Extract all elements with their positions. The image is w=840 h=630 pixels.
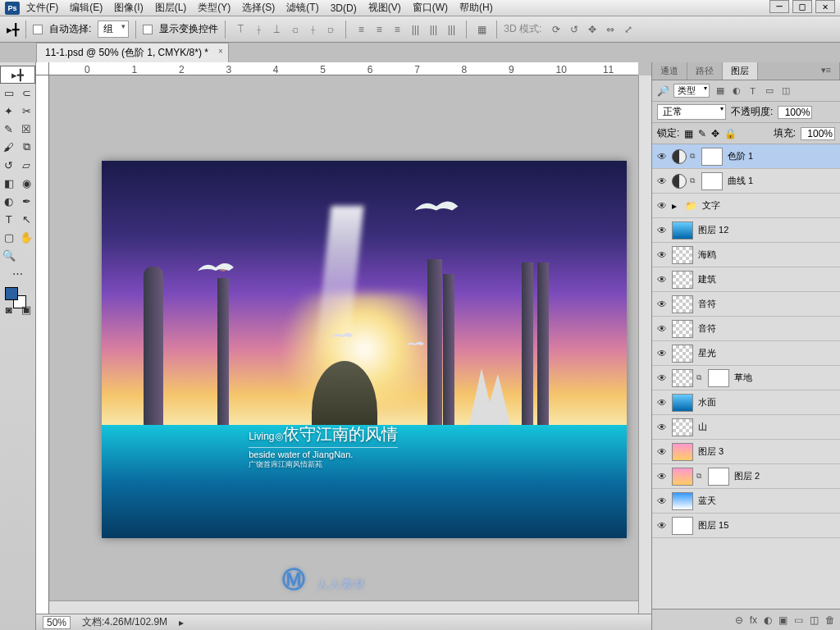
wand-tool[interactable]: ✦ (0, 102, 18, 120)
visibility-icon[interactable]: 👁 (655, 200, 669, 212)
layer-name[interactable]: 图层 15 (696, 519, 837, 532)
layer-thumb[interactable] (672, 271, 693, 289)
layer-mask-thumb[interactable] (708, 369, 729, 387)
layer-name[interactable]: 音符 (696, 298, 837, 310)
layer-name[interactable]: 海鸥 (696, 249, 837, 261)
visibility-icon[interactable]: 👁 (655, 495, 669, 507)
layer-row[interactable]: 👁⧉图层 2 (652, 464, 840, 489)
visibility-icon[interactable]: 👁 (655, 225, 669, 236)
layer-name[interactable]: 蓝天 (696, 495, 837, 507)
dist-top-icon[interactable]: ≡ (353, 22, 369, 37)
layer-row[interactable]: 👁水面 (652, 390, 840, 415)
layer-name[interactable]: 山 (696, 421, 837, 433)
align-bottom-icon[interactable]: ⟘ (268, 22, 285, 37)
align-vmid-icon[interactable]: ⟊ (250, 22, 267, 37)
panel-menu-icon[interactable]: ▾≡ (813, 62, 840, 80)
layer-row[interactable]: 👁音符 (652, 292, 840, 317)
align-right-icon[interactable]: ⟥ (322, 22, 339, 37)
layer-thumb[interactable] (672, 443, 693, 461)
layer-name[interactable]: 文字 (701, 199, 837, 212)
filter-pixel-icon[interactable]: ▦ (714, 84, 726, 97)
dist-vmid-icon[interactable]: ≡ (371, 22, 387, 37)
tab-layers[interactable]: 图层 (723, 62, 758, 80)
dodge-tool[interactable]: ◐ (0, 192, 18, 210)
filter-adjust-icon[interactable]: ◐ (730, 84, 742, 97)
layer-thumb[interactable] (672, 345, 693, 363)
menu-view[interactable]: 视图(V) (368, 1, 401, 15)
menu-image[interactable]: 图像(I) (114, 1, 143, 15)
visibility-icon[interactable]: 👁 (655, 422, 669, 433)
filter-shape-icon[interactable]: ▭ (763, 84, 775, 97)
layer-row[interactable]: 👁▸📁文字 (652, 194, 840, 218)
menu-window[interactable]: 窗口(W) (413, 1, 448, 15)
layer-row[interactable]: 👁⧉曲线 1 (652, 169, 840, 194)
layer-mask-thumb[interactable] (708, 468, 729, 486)
auto-select-target[interactable]: 组 (98, 21, 129, 38)
document-canvas[interactable]: Living◎依守江南的风情 beside water of JiangNan.… (102, 161, 627, 538)
doc-info-menu-icon[interactable]: ▸ (179, 617, 184, 628)
visibility-icon[interactable]: 👁 (655, 397, 669, 409)
visibility-icon[interactable]: 👁 (655, 176, 669, 187)
move-tool[interactable]: ▸╋ (0, 66, 35, 84)
layer-name[interactable]: 图层 3 (696, 445, 837, 458)
align-left-icon[interactable]: ⟤ (286, 22, 303, 37)
visibility-icon[interactable]: 👁 (655, 249, 669, 261)
stamp-tool[interactable]: ⧉ (18, 138, 36, 156)
layer-thumb[interactable] (672, 517, 693, 535)
layer-name[interactable]: 曲线 1 (726, 175, 837, 187)
scrollbar-vertical[interactable] (638, 75, 651, 614)
window-maximize[interactable]: □ (792, 0, 812, 13)
layer-thumb[interactable] (672, 468, 693, 486)
filter-text-icon[interactable]: T (746, 84, 759, 97)
opacity-field[interactable]: 100% (778, 106, 812, 119)
layer-name[interactable]: 草地 (733, 372, 837, 384)
layer-thumb[interactable] (672, 418, 693, 436)
align-top-icon[interactable]: ⟙ (232, 22, 249, 37)
marquee-tool[interactable]: ▭ (0, 84, 18, 102)
visibility-icon[interactable]: 👁 (655, 446, 669, 458)
layer-row[interactable]: 👁⧉草地 (652, 366, 840, 390)
menu-help[interactable]: 帮助(H) (459, 1, 493, 15)
zoom-field[interactable]: 50% (43, 616, 71, 629)
layer-thumb[interactable] (672, 320, 693, 338)
visibility-icon[interactable]: 👁 (655, 151, 669, 162)
document-tab[interactable]: 11-1.psd @ 50% (色阶 1, CMYK/8*) * × (36, 43, 229, 62)
show-transform-checkbox[interactable] (143, 25, 153, 34)
eyedropper-tool[interactable]: ✎ (0, 120, 18, 138)
lock-all-icon[interactable]: 🔒 (724, 128, 737, 139)
layer-row[interactable]: 👁蓝天 (652, 489, 840, 514)
crop-tool[interactable]: ✂ (18, 102, 36, 120)
edit-toolbar[interactable]: ⋯ (0, 264, 35, 282)
visibility-icon[interactable]: 👁 (655, 323, 669, 335)
layer-thumb[interactable] (672, 492, 693, 510)
visibility-icon[interactable]: 👁 (655, 274, 669, 285)
new-adjustment-icon[interactable]: ▣ (778, 614, 788, 626)
pen-tool[interactable]: ✒ (18, 192, 36, 210)
quickmask-tool[interactable]: ◙ (0, 300, 18, 318)
layer-row[interactable]: 👁建筑 (652, 267, 840, 292)
layer-row[interactable]: 👁星光 (652, 341, 840, 366)
new-layer-icon[interactable]: ◫ (810, 614, 819, 626)
lock-trans-icon[interactable]: ▦ (684, 128, 693, 139)
shape-tool[interactable]: ▢ (0, 228, 18, 246)
layer-row[interactable]: 👁海鸥 (652, 243, 840, 267)
new-group-icon[interactable]: ▭ (794, 614, 803, 626)
tab-paths[interactable]: 路径 (687, 62, 723, 80)
layer-name[interactable]: 水面 (696, 396, 837, 409)
layer-name[interactable]: 图层 12 (696, 224, 837, 236)
dist-bottom-icon[interactable]: ≡ (389, 22, 405, 37)
group-expand-icon[interactable]: ▸ (672, 200, 682, 212)
ruler-horizontal[interactable]: 0 1 2 3 4 5 6 7 8 9 10 11 (49, 62, 638, 75)
layer-mask-icon[interactable]: ◐ (764, 614, 772, 626)
visibility-icon[interactable]: 👁 (655, 520, 669, 532)
menu-file[interactable]: 文件(F) (26, 1, 58, 15)
fill-field[interactable]: 100% (801, 127, 835, 140)
menu-layer[interactable]: 图层(L) (155, 1, 187, 15)
3d-roll-icon[interactable]: ↺ (566, 22, 582, 37)
filter-smart-icon[interactable]: ◫ (779, 84, 792, 97)
layer-thumb[interactable] (672, 394, 693, 412)
lasso-tool[interactable]: ⊂ (18, 84, 36, 102)
blend-mode-select[interactable]: 正常 (657, 104, 726, 120)
layer-row[interactable]: 👁图层 3 (652, 440, 840, 464)
healing-tool[interactable]: ☒ (18, 120, 36, 138)
